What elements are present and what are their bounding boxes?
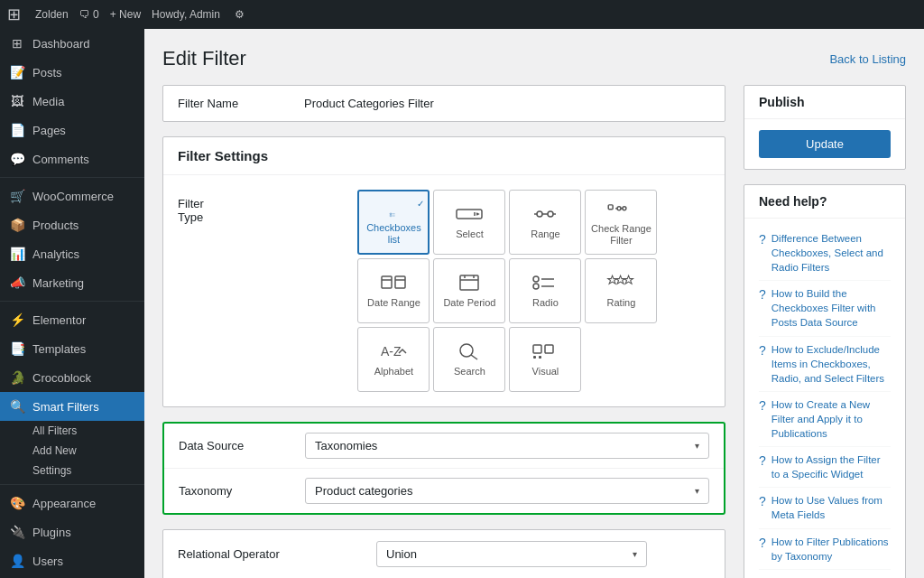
filter-type-check-range[interactable]: Check Range Filter	[585, 190, 657, 255]
filter-type-label: Filter Type	[178, 190, 231, 224]
wp-logo-icon: ⊞	[7, 5, 21, 24]
svg-rect-9	[609, 205, 614, 210]
checkboxes-list-check-icon: ✓	[417, 199, 424, 209]
help-question-icon: ?	[759, 287, 766, 302]
filter-type-alphabet[interactable]: A-Z Alphabet	[357, 327, 430, 392]
filter-type-options: ✓ Checkboxes list	[357, 190, 710, 392]
filter-type-select[interactable]: Select	[433, 190, 505, 255]
sidebar-item-label: WooCommerce	[32, 190, 114, 203]
update-button[interactable]: Update	[759, 130, 891, 158]
help-title: Need help?	[744, 185, 905, 219]
help-item: ? How to Apply Filters to WooCommerce Pr…	[759, 570, 891, 578]
sidebar-item-crocoblock[interactable]: 🐊 Crocoblock	[0, 363, 144, 392]
filter-type-visual[interactable]: Visual	[509, 327, 581, 392]
help-question-icon: ?	[759, 536, 766, 550]
filter-type-rating[interactable]: Rating	[585, 258, 657, 323]
filter-name-value: Product Categories Filter	[304, 97, 434, 110]
svg-point-12	[623, 207, 626, 210]
filter-type-checkboxes-list[interactable]: ✓ Checkboxes list	[357, 190, 430, 255]
check-range-icon	[606, 198, 635, 219]
sidebar-item-marketing[interactable]: 📣 Marketing	[0, 268, 144, 297]
svg-marker-26	[616, 276, 625, 284]
help-item: ? How to Filter Publications by Taxonomy	[759, 529, 891, 570]
content-layout: Filter Name Product Categories Filter Fi…	[162, 85, 906, 578]
sidebar-item-label: Users	[32, 555, 63, 568]
help-link[interactable]: How to Assign the Filter to a Specific W…	[772, 452, 891, 481]
date-range-label: Date Range	[367, 297, 420, 309]
sidebar-item-dashboard[interactable]: ⊞ Dashboard	[0, 29, 144, 58]
taxonomy-value: Product categories	[315, 484, 412, 498]
sidebar-sub-settings[interactable]: Settings	[0, 461, 144, 480]
filter-type-radio[interactable]: Radio	[509, 258, 581, 323]
help-question-icon: ?	[759, 232, 766, 247]
sidebar-sub-add-new[interactable]: Add New	[0, 441, 144, 461]
data-source-value: Taxonomies	[315, 439, 377, 452]
sidebar-item-appearance[interactable]: 🎨 Appearance	[0, 489, 144, 517]
sidebar-item-users[interactable]: 👤 Users	[0, 546, 144, 575]
help-item: ? Difference Between Checkboxes, Select …	[759, 226, 891, 281]
taxonomy-chevron-icon: ▾	[695, 486, 699, 496]
sidebar-item-label: Analytics	[32, 247, 79, 261]
date-period-icon	[455, 272, 484, 294]
alphabet-label: Alphabet	[374, 366, 413, 378]
help-link[interactable]: How to Build the Checkboxes Filter with …	[772, 286, 891, 330]
marketing-icon: 📣	[9, 275, 25, 290]
dashboard-icon: ⊞	[9, 36, 25, 51]
sidebar-item-media[interactable]: 🖼 Media	[0, 87, 144, 116]
site-name[interactable]: Zolden	[35, 8, 69, 21]
sidebar-item-label: Products	[32, 219, 79, 232]
svg-line-30	[471, 355, 477, 359]
sidebar-item-woocommerce[interactable]: 🛒 WooCommerce	[0, 182, 144, 210]
data-source-row: Data Source Taxonomies ▾	[164, 424, 724, 469]
filter-type-section: Filter Type ✓	[163, 175, 725, 406]
screen-options-icon: ⚙	[235, 8, 245, 21]
svg-point-11	[618, 207, 622, 210]
help-item: ? How to Exclude/Include Items in Checkb…	[759, 337, 891, 392]
help-link[interactable]: How to Create a New Filter and Apply it …	[772, 397, 891, 441]
sidebar-item-posts[interactable]: 📝 Posts	[0, 58, 144, 87]
svg-point-29	[460, 344, 473, 357]
sidebar-item-plugins[interactable]: 🔌 Plugins	[0, 517, 144, 546]
help-item: ? How to Use Values from Meta Fields	[759, 488, 891, 528]
filter-type-search[interactable]: Search	[433, 327, 505, 392]
sidebar-item-templates[interactable]: 📑 Templates	[0, 334, 144, 363]
taxonomy-select[interactable]: Product categories ▾	[305, 478, 709, 504]
help-item: ? How to Assign the Filter to a Specific…	[759, 447, 891, 488]
select-label: Select	[456, 228, 484, 240]
filter-type-date-range[interactable]: Date Range	[357, 258, 430, 323]
sidebar-item-label: Plugins	[32, 526, 71, 539]
analytics-icon: 📊	[9, 247, 25, 261]
sidebar-item-pages[interactable]: 📄 Pages	[0, 116, 144, 144]
sidebar-item-comments[interactable]: 💬 Comments	[0, 144, 144, 173]
help-question-icon: ?	[759, 494, 766, 508]
sidebar-item-elementor[interactable]: ⚡ Elementor	[0, 305, 144, 334]
help-link[interactable]: Difference Between Checkboxes, Select an…	[772, 231, 891, 275]
filter-type-grid: ✓ Checkboxes list	[357, 190, 710, 392]
help-link[interactable]: How to Use Values from Meta Fields	[772, 493, 891, 522]
sidebar-item-analytics[interactable]: 📊 Analytics	[0, 239, 144, 268]
help-link[interactable]: How to Exclude/Include Items in Checkbox…	[772, 342, 891, 386]
help-question-icon: ?	[759, 453, 766, 468]
svg-rect-14	[395, 276, 405, 288]
filter-type-range[interactable]: Range	[509, 190, 581, 255]
data-source-select[interactable]: Taxonomies ▾	[305, 433, 709, 459]
svg-rect-31	[533, 345, 541, 353]
comments-icon[interactable]: 🗨 0	[79, 8, 99, 21]
search-label: Search	[454, 366, 485, 378]
svg-rect-34	[539, 356, 541, 359]
filter-type-date-period[interactable]: Date Period	[433, 258, 505, 323]
divider	[0, 301, 144, 302]
main-content: Edit Filter Back to Listing Filter Name …	[144, 29, 924, 578]
svg-marker-25	[608, 276, 617, 284]
help-link[interactable]: How to Filter Publications by Taxonomy	[772, 535, 891, 564]
sidebar-item-smart-filters[interactable]: 🔍 Smart Filters	[0, 392, 144, 421]
help-item: ? How to Create a New Filter and Apply i…	[759, 392, 891, 447]
sidebar-sub-all-filters[interactable]: All Filters	[0, 421, 144, 441]
relational-operator-value: Union	[386, 547, 417, 561]
elementor-icon: ⚡	[9, 312, 25, 327]
new-item-link[interactable]: + New	[110, 8, 141, 21]
back-to-listing-link[interactable]: Back to Listing	[829, 52, 906, 66]
taxonomy-row: Taxonomy Product categories ▾	[164, 469, 724, 513]
relational-operator-select[interactable]: Union ▾	[376, 541, 647, 567]
sidebar-item-products[interactable]: 📦 Products	[0, 210, 144, 239]
